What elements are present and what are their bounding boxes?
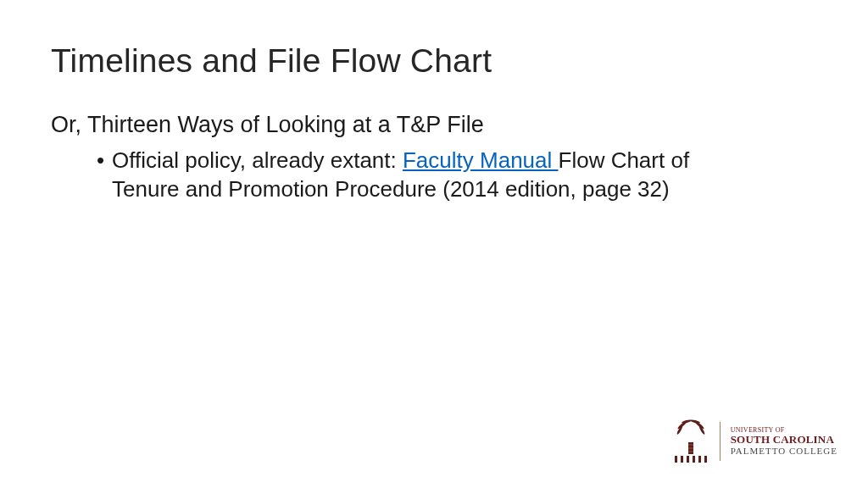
bullet-list: Official policy, already extant: Faculty…: [51, 147, 817, 204]
logo-text: UNIVERSITY OF SOUTH CAROLINA PALMETTO CO…: [731, 427, 837, 457]
logo-divider: [720, 422, 721, 461]
faculty-manual-link[interactable]: Faculty Manual: [403, 147, 559, 173]
slide: Timelines and File Flow Chart Or, Thirte…: [0, 0, 868, 488]
bullet-prefix: Official policy, already extant:: [112, 147, 403, 173]
logo-line-3: PALMETTO COLLEGE: [731, 446, 837, 457]
slide-title: Timelines and File Flow Chart: [51, 42, 817, 80]
university-logo: UNIVERSITY OF SOUTH CAROLINA PALMETTO CO…: [672, 420, 837, 463]
palmetto-tree-icon: [672, 420, 709, 463]
logo-line-2: SOUTH CAROLINA: [731, 434, 837, 446]
bullet-item: Official policy, already extant: Faculty…: [97, 147, 707, 204]
slide-subtitle: Or, Thirteen Ways of Looking at a T&P Fi…: [51, 112, 817, 138]
